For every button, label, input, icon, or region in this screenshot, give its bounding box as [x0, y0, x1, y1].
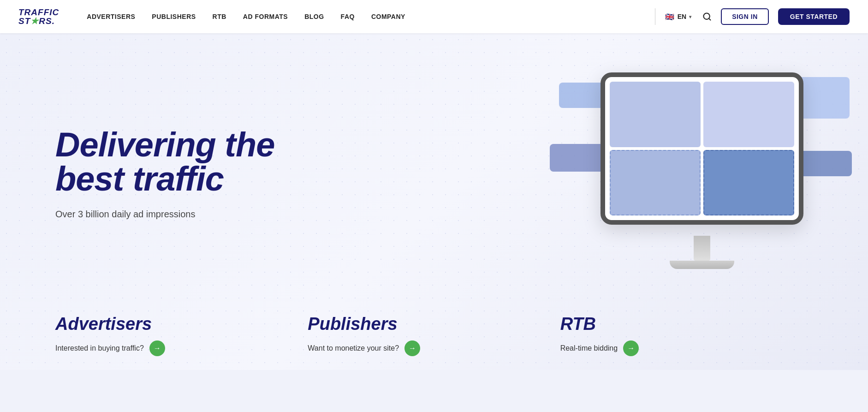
logo[interactable]: TRAFFICST★RS. — [18, 8, 59, 25]
monitor-illustration — [573, 72, 831, 275]
main-nav: TRAFFICST★RS. ADVERTISERS PUBLISHERS RTB… — [0, 0, 868, 33]
card-desc-advertisers: Interested in buying traffic? → — [55, 340, 289, 356]
ad-block-3 — [610, 150, 701, 215]
monitor-screen — [600, 72, 803, 225]
nav-blog[interactable]: BLOG — [304, 13, 324, 20]
card-desc-text-publishers: Want to monetize your site? — [308, 344, 399, 352]
stand-base — [670, 261, 734, 269]
logo-text: TRAFFICST★RS. — [18, 8, 59, 25]
hero-content: Delivering the best traffic Over 3 billi… — [0, 33, 868, 296]
card-title-advertisers: Advertisers — [55, 314, 289, 334]
card-arrow-rtb[interactable]: → — [623, 340, 639, 356]
nav-actions: SIGN IN GET STARTED — [702, 8, 850, 25]
search-button[interactable] — [702, 12, 712, 21]
hero-cards: Advertisers Interested in buying traffic… — [0, 296, 868, 370]
card-desc-publishers: Want to monetize your site? → — [308, 340, 541, 356]
card-arrow-advertisers[interactable]: → — [149, 340, 165, 356]
ad-block-4 — [703, 150, 794, 215]
svg-line-1 — [709, 18, 711, 20]
ad-layout — [605, 77, 799, 220]
hero-card-advertisers: Advertisers Interested in buying traffic… — [55, 314, 308, 356]
sign-in-button[interactable]: SIGN IN — [721, 8, 769, 25]
hero-section: Delivering the best traffic Over 3 billi… — [0, 33, 868, 370]
card-desc-rtb: Real-time bidding → — [560, 340, 794, 356]
ad-block-1 — [610, 82, 701, 147]
hero-subtitle: Over 3 billion daily ad impressions — [55, 209, 274, 220]
lang-code: EN — [678, 13, 686, 20]
monitor-stand — [670, 236, 734, 269]
nav-divider — [655, 8, 655, 25]
card-title-publishers: Publishers — [308, 314, 541, 334]
nav-ad-formats[interactable]: AD FORMATS — [243, 13, 288, 20]
card-desc-text-advertisers: Interested in buying traffic? — [55, 344, 144, 352]
hero-left: Delivering the best traffic Over 3 billi… — [55, 128, 274, 220]
stand-neck — [694, 236, 710, 261]
card-desc-text-rtb: Real-time bidding — [560, 344, 618, 352]
search-icon — [702, 12, 712, 21]
ad-block-2 — [703, 82, 794, 147]
flag-icon: 🇬🇧 — [665, 13, 675, 20]
hero-card-rtb: RTB Real-time bidding → — [560, 314, 813, 356]
lang-selector[interactable]: 🇬🇧 EN ▾ — [665, 13, 691, 20]
nav-rtb[interactable]: RTB — [213, 13, 226, 20]
nav-advertisers[interactable]: ADVERTISERS — [87, 13, 135, 20]
get-started-button[interactable]: GET STARTED — [778, 8, 850, 25]
card-arrow-publishers[interactable]: → — [404, 340, 420, 356]
card-title-rtb: RTB — [560, 314, 794, 334]
nav-company[interactable]: COMPANY — [371, 13, 405, 20]
nav-publishers[interactable]: PUBLISHERS — [152, 13, 196, 20]
chevron-down-icon: ▾ — [689, 14, 691, 19]
hero-title: Delivering the best traffic — [55, 128, 274, 196]
nav-faq[interactable]: FAQ — [341, 13, 355, 20]
nav-links: ADVERTISERS PUBLISHERS RTB AD FORMATS BL… — [87, 12, 645, 21]
hero-card-publishers: Publishers Want to monetize your site? → — [308, 314, 560, 356]
